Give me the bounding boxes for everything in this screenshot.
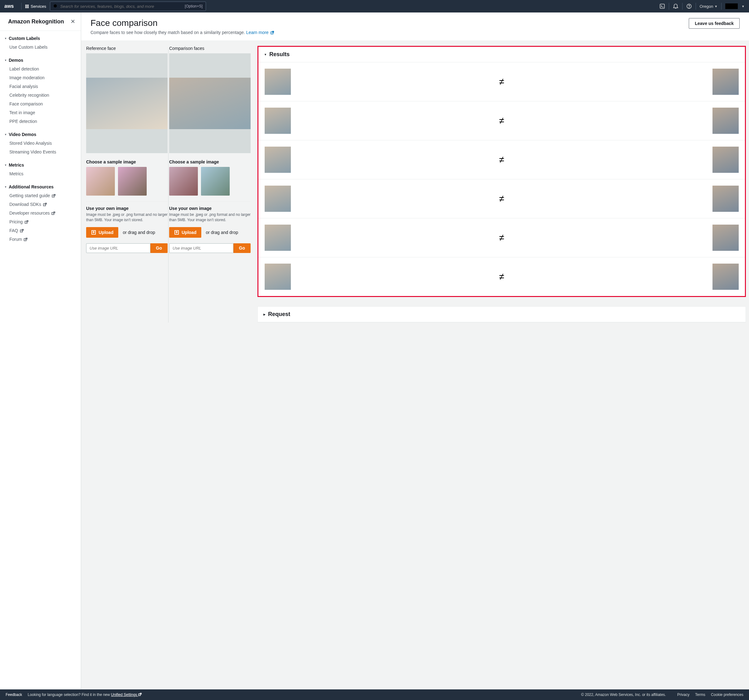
result-row: ≠ — [258, 140, 745, 179]
reference-preview[interactable] — [86, 53, 168, 153]
sidebar-item[interactable]: Stored Video Analysis — [5, 139, 75, 148]
comparison-face-thumb — [712, 69, 739, 95]
sidebar-item-label: Download SDKs — [9, 202, 41, 207]
divider — [21, 3, 21, 10]
sidebar-item-label: Image moderation — [9, 75, 44, 80]
not-equals-icon: ≠ — [499, 76, 504, 87]
sidebar-item[interactable]: Face comparison — [5, 99, 75, 108]
learn-more-link[interactable]: Learn more — [246, 30, 274, 35]
external-link-icon — [270, 31, 274, 34]
sidebar-item[interactable]: Label detection — [5, 64, 75, 73]
nav-section-title[interactable]: Additional Resources — [5, 183, 75, 191]
external-link-icon — [52, 194, 55, 197]
comparison-face-thumb — [712, 264, 739, 290]
svg-point-0 — [54, 5, 57, 8]
comparison-image — [169, 78, 251, 129]
sidebar-item[interactable]: Metrics — [5, 169, 75, 178]
not-equals-icon: ≠ — [499, 154, 504, 165]
results-title: Results — [269, 51, 290, 58]
sidebar-item[interactable]: Download SDKs — [5, 200, 75, 209]
reference-face-thumb — [264, 264, 291, 290]
sample-thumb[interactable] — [86, 167, 115, 195]
close-icon[interactable]: ✕ — [70, 18, 75, 25]
sidebar-item[interactable]: Streaming Video Events — [5, 148, 75, 156]
cloudshell-icon[interactable] — [659, 3, 665, 9]
help-icon[interactable] — [686, 3, 692, 9]
result-row: ≠ — [258, 257, 745, 296]
sidebar-item[interactable]: Text in image — [5, 108, 75, 117]
go-button[interactable]: Go — [234, 243, 251, 253]
reference-image — [86, 78, 168, 129]
request-header[interactable]: Request — [258, 307, 746, 322]
comparison-face-thumb — [712, 146, 739, 173]
sidebar-item[interactable]: Pricing — [5, 217, 75, 226]
sidebar-item[interactable]: Developer resources — [5, 209, 75, 217]
sidebar-item[interactable]: Forum — [5, 235, 75, 244]
region-selector[interactable]: Oregon ▼ — [700, 4, 717, 9]
result-row: ≠ — [258, 218, 745, 257]
services-menu[interactable]: Services — [25, 4, 46, 9]
reference-face-thumb — [264, 186, 291, 212]
page-header: Face comparison Compare faces to see how… — [81, 12, 749, 41]
nav-section-title[interactable]: Custom Labels — [5, 34, 75, 43]
sidebar-item[interactable]: FAQ — [5, 226, 75, 235]
sidebar-item-label: Use Custom Labels — [9, 44, 47, 50]
external-link-icon — [20, 229, 24, 232]
sidebar-item-label: Face comparison — [9, 101, 43, 106]
leave-feedback-button[interactable]: Leave us feedback — [689, 18, 740, 29]
results-header[interactable]: Results — [258, 47, 745, 63]
sample-thumb[interactable] — [118, 167, 147, 195]
go-button[interactable]: Go — [150, 243, 168, 253]
image-url-input[interactable] — [86, 243, 150, 253]
aws-logo[interactable]: aws — [5, 3, 14, 9]
comparison-face-thumb — [712, 224, 739, 251]
nav-section-title[interactable]: Video Demos — [5, 130, 75, 139]
sidebar-item[interactable]: Image moderation — [5, 73, 75, 82]
sidebar-item[interactable]: PPE detection — [5, 117, 75, 126]
sidebar-item-label: Label detection — [9, 66, 39, 72]
dragdrop-hint: or drag and drop — [123, 230, 155, 235]
caret-down-icon: ▼ — [741, 5, 744, 8]
image-url-input[interactable] — [169, 243, 234, 253]
comparison-preview[interactable] — [169, 53, 251, 153]
sample-thumb[interactable] — [201, 167, 230, 195]
sidebar: Amazon Rekognition ✕ Custom LabelsUse Cu… — [0, 12, 81, 689]
sidebar-item[interactable]: Use Custom Labels — [5, 43, 75, 52]
comparison-faces-column: Comparison faces Choose a sample image U… — [168, 46, 251, 253]
nav-section-title[interactable]: Metrics — [5, 161, 75, 169]
main-content: Face comparison Compare faces to see how… — [81, 12, 749, 689]
divider — [682, 3, 683, 10]
sidebar-item-label: FAQ — [9, 228, 18, 233]
account-menu[interactable] — [725, 3, 738, 9]
sidebar-item-label: Streaming Video Events — [9, 149, 56, 154]
comparison-face-thumb — [712, 186, 739, 212]
nav-section-title[interactable]: Demos — [5, 56, 75, 64]
sidebar-item-label: Metrics — [9, 171, 23, 176]
reference-face-thumb — [264, 69, 291, 95]
external-link-icon — [24, 220, 28, 224]
upload-button[interactable]: Upload — [86, 227, 118, 238]
sample-heading: Choose a sample image — [86, 159, 168, 165]
comparison-label: Comparison faces — [169, 46, 251, 51]
result-row: ≠ — [258, 101, 745, 140]
page-title: Face comparison — [90, 18, 683, 28]
sidebar-item-label: Facial analysis — [9, 84, 38, 89]
global-search[interactable]: [Option+S] — [50, 2, 206, 11]
own-image-heading: Use your own image — [169, 206, 251, 211]
request-title: Request — [268, 311, 290, 317]
page-description: Compare faces to see how closely they ma… — [90, 30, 683, 35]
aws-logo-text: aws — [5, 3, 14, 9]
search-input[interactable] — [60, 4, 182, 9]
comparison-face-thumb — [712, 108, 739, 134]
external-link-icon — [43, 203, 47, 206]
sidebar-item[interactable]: Facial analysis — [5, 82, 75, 91]
upload-button[interactable]: Upload — [169, 227, 201, 238]
sidebar-item[interactable]: Getting started guide — [5, 191, 75, 200]
external-link-icon — [24, 237, 28, 241]
upload-icon — [91, 230, 96, 235]
sidebar-item-label: Celebrity recognition — [9, 93, 49, 98]
sample-thumb[interactable] — [169, 167, 198, 195]
sidebar-item[interactable]: Celebrity recognition — [5, 91, 75, 99]
sidebar-item-label: Stored Video Analysis — [9, 141, 52, 146]
notifications-icon[interactable] — [673, 3, 679, 9]
